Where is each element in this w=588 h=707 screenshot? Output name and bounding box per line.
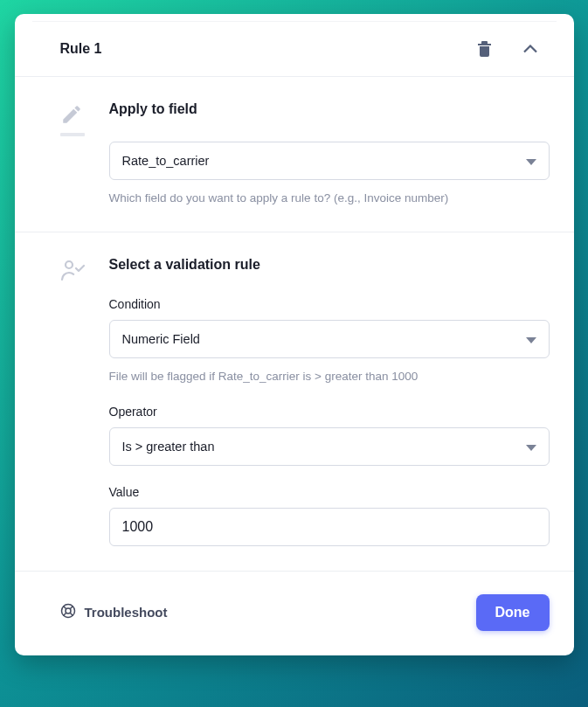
trash-icon <box>477 40 492 57</box>
validation-section-title: Select a validation rule <box>109 257 550 273</box>
value-value: 1000 <box>122 519 154 535</box>
apply-section-title: Apply to field <box>109 101 550 117</box>
rule-header-actions <box>474 37 541 60</box>
collapse-rule-button[interactable] <box>520 41 541 57</box>
troubleshoot-label: Troubleshoot <box>85 605 168 620</box>
condition-select[interactable]: Numeric Field <box>109 320 550 358</box>
rule-header: Rule 1 <box>15 14 574 77</box>
card-footer: Troubleshoot Done <box>15 572 574 634</box>
value-label: Value <box>109 485 550 499</box>
caret-down-icon <box>526 332 536 346</box>
delete-rule-button[interactable] <box>474 37 495 60</box>
done-button[interactable]: Done <box>476 594 550 631</box>
operator-label: Operator <box>109 405 550 419</box>
condition-label: Condition <box>109 297 550 311</box>
rule-title: Rule 1 <box>60 41 474 57</box>
operator-select[interactable]: Is > greater than <box>109 427 550 466</box>
help-icon <box>60 603 76 621</box>
apply-field-select[interactable]: Rate_to_carrier <box>109 142 550 180</box>
condition-helper: File will be flagged if Rate_to_carrier … <box>109 369 550 385</box>
validation-section: Select a validation rule Condition Numer… <box>15 232 574 572</box>
svg-point-0 <box>66 261 73 268</box>
caret-down-icon <box>526 440 536 454</box>
apply-field-helper: Which field do you want to apply a rule … <box>109 191 550 207</box>
apply-field-value: Rate_to_carrier <box>122 154 210 168</box>
operator-value: Is > greater than <box>122 440 215 454</box>
caret-down-icon <box>526 154 536 168</box>
rule-card: Rule 1 <box>15 14 574 655</box>
condition-value: Numeric Field <box>122 332 200 346</box>
pencil-icon <box>60 101 85 207</box>
apply-section: Apply to field Rate_to_carrier Which fie… <box>15 77 574 232</box>
svg-point-2 <box>66 608 71 613</box>
user-check-icon <box>60 257 85 546</box>
chevron-up-icon <box>523 45 537 53</box>
troubleshoot-button[interactable]: Troubleshoot <box>60 603 168 621</box>
value-input[interactable]: 1000 <box>109 508 550 546</box>
